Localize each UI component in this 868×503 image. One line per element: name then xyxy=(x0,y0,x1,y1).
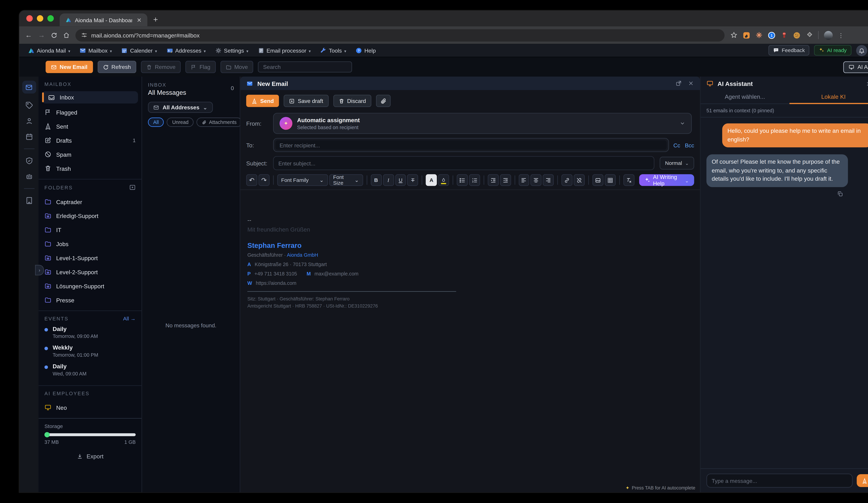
ai-assistant-toggle-button[interactable]: AI Assistant xyxy=(844,61,868,73)
strikethrough-icon[interactable] xyxy=(407,174,418,186)
font-family-select[interactable]: Font Family⌄ xyxy=(277,174,328,186)
new-tab-button[interactable]: + xyxy=(153,14,158,24)
menu-settings[interactable]: Settings xyxy=(211,45,252,55)
menu-aionda-mail[interactable]: Aionda Mail xyxy=(24,45,74,55)
browser-menu-icon[interactable]: ⋮ xyxy=(838,32,844,38)
sidebar-item-drafts[interactable]: Drafts 1 xyxy=(44,133,136,147)
font-size-select[interactable]: Font Size⌄ xyxy=(329,174,363,186)
indent-icon[interactable] xyxy=(488,174,499,186)
address-filter-dropdown[interactable]: All Addresses xyxy=(148,102,213,113)
tag-icon[interactable] xyxy=(25,101,33,109)
underline-icon[interactable] xyxy=(395,174,406,186)
robot-icon[interactable] xyxy=(25,172,33,181)
search-input[interactable] xyxy=(258,61,352,73)
filter-chip-attachments[interactable]: Attachments xyxy=(197,117,242,127)
align-right-icon[interactable] xyxy=(543,174,554,186)
folder-item-captrader[interactable]: Captrader xyxy=(44,195,136,209)
insert-table-icon[interactable] xyxy=(604,174,616,186)
forward-icon[interactable]: → xyxy=(38,31,45,39)
clear-formatting-icon[interactable] xyxy=(623,174,634,186)
sidebar-item-inbox[interactable]: Inbox xyxy=(42,91,138,104)
browser-profile-avatar[interactable] xyxy=(824,31,833,40)
building-icon[interactable] xyxy=(25,197,33,205)
save-draft-button[interactable]: Save draft xyxy=(284,95,329,107)
event-item[interactable]: Wekkly Tomorrow, 01:00 PM xyxy=(44,344,136,358)
bookmark-star-icon[interactable] xyxy=(730,32,737,39)
menu-calender[interactable]: Calender xyxy=(117,45,161,55)
link-icon[interactable] xyxy=(561,174,573,186)
ai-writing-help-button[interactable]: AI Writing Help xyxy=(639,174,694,186)
attach-button[interactable] xyxy=(376,95,390,107)
folder-item-it[interactable]: IT xyxy=(44,223,136,237)
sidebar-collapse-handle[interactable]: › xyxy=(35,265,44,275)
bold-icon[interactable] xyxy=(371,174,382,186)
rail-mail-item[interactable] xyxy=(22,81,36,94)
discard-button[interactable]: Discard xyxy=(333,95,371,107)
from-selector[interactable]: ✦ Automatic assignment Selected based on… xyxy=(273,113,692,134)
site-settings-icon[interactable] xyxy=(81,32,87,38)
numbered-list-icon[interactable] xyxy=(469,174,480,186)
folder-item-level-2-support[interactable]: Level-2-Support xyxy=(44,265,136,279)
tab-close-icon[interactable]: ✕ xyxy=(136,16,143,23)
window-controls[interactable] xyxy=(19,11,60,27)
feedback-button[interactable]: Feedback xyxy=(768,45,809,55)
extension-pixel-icon[interactable] xyxy=(781,32,788,39)
extension-cookie-icon[interactable] xyxy=(793,31,800,39)
ai-employee-neo[interactable]: Neo xyxy=(44,400,136,415)
bullet-list-icon[interactable] xyxy=(457,174,468,186)
undo-icon[interactable] xyxy=(246,174,257,186)
new-email-button[interactable]: New Email xyxy=(46,61,93,73)
remove-button[interactable]: Remove xyxy=(141,61,181,73)
redo-icon[interactable] xyxy=(258,174,270,186)
move-button[interactable]: Move xyxy=(220,61,253,73)
sidebar-item-trash[interactable]: Trash xyxy=(44,161,136,176)
calendar-icon[interactable] xyxy=(25,133,33,141)
bcc-link[interactable]: Bcc xyxy=(685,142,694,148)
menu-tools[interactable]: Tools xyxy=(316,45,350,55)
maximize-window-button[interactable] xyxy=(48,15,54,22)
shield-check-icon[interactable] xyxy=(25,157,33,165)
notifications-button[interactable] xyxy=(856,45,867,56)
folder-item-erledigt-support[interactable]: Erledigt-Support xyxy=(44,209,136,223)
unlink-icon[interactable] xyxy=(574,174,585,186)
extension-spark-icon[interactable] xyxy=(755,32,763,39)
export-button[interactable]: Export xyxy=(44,453,136,460)
add-folder-icon[interactable] xyxy=(129,184,136,191)
align-left-icon[interactable] xyxy=(518,174,529,186)
folder-item-level-1-support[interactable]: Level-1-Support xyxy=(44,251,136,265)
back-icon[interactable]: ← xyxy=(25,31,32,39)
chat-input[interactable] xyxy=(706,474,852,488)
subject-input[interactable] xyxy=(273,156,654,170)
extensions-puzzle-icon[interactable] xyxy=(806,32,813,39)
close-window-button[interactable] xyxy=(27,15,33,22)
menu-email-processor[interactable]: Email processor xyxy=(254,45,315,55)
recipient-input[interactable] xyxy=(276,140,666,150)
compose-body-editor[interactable]: -- Mit freundlichen Grüßen Stephan Ferra… xyxy=(240,190,700,492)
priority-dropdown[interactable]: Normal xyxy=(660,157,694,170)
align-center-icon[interactable] xyxy=(531,174,542,186)
address-bar[interactable]: mail.aionda.com/?cmd=manager#mailbox xyxy=(75,29,725,41)
event-item[interactable]: Daily Wed, 09:00 AM xyxy=(44,363,136,376)
cc-link[interactable]: Cc xyxy=(673,142,680,148)
folder-item-loesungen-support[interactable]: Lösungen-Support xyxy=(44,279,136,293)
menu-addresses[interactable]: Addresses xyxy=(162,45,210,55)
text-color-icon[interactable] xyxy=(426,174,437,186)
sidebar-item-spam[interactable]: Spam xyxy=(44,147,136,161)
close-icon[interactable] xyxy=(866,80,868,87)
tab-agent-waehlen[interactable]: Agent wählen... xyxy=(701,91,789,103)
extension-1password-icon[interactable]: 1 xyxy=(768,31,775,39)
close-icon[interactable] xyxy=(688,80,694,86)
minimize-window-button[interactable] xyxy=(37,15,43,22)
flag-button[interactable]: Flag xyxy=(185,61,215,73)
insert-image-icon[interactable] xyxy=(592,174,603,186)
highlight-color-icon[interactable] xyxy=(438,174,449,186)
menu-mailbox[interactable]: Mailbox xyxy=(75,45,116,55)
sidebar-item-flagged[interactable]: Flagged xyxy=(44,105,136,119)
home-icon[interactable] xyxy=(63,32,70,38)
folder-item-presse[interactable]: Presse xyxy=(44,293,136,307)
event-item[interactable]: Daily Tomorrow, 09:00 AM xyxy=(44,326,136,339)
contacts-icon[interactable] xyxy=(25,117,33,125)
reload-icon[interactable] xyxy=(51,32,57,38)
send-button[interactable]: Send xyxy=(246,95,279,107)
filter-chip-all[interactable]: All xyxy=(148,117,164,127)
